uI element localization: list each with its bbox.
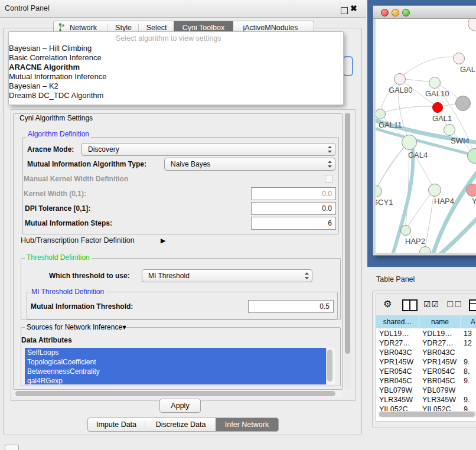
column-header-shared[interactable]: shared… xyxy=(376,316,419,328)
data-attributes-label: Data Attributes xyxy=(21,336,72,344)
toolbar-button[interactable] xyxy=(5,445,19,450)
network-node[interactable] xyxy=(444,124,455,136)
hub-transcription-factor-section[interactable]: Hub/Transcription Factor Definition xyxy=(21,236,135,244)
list-item[interactable]: SelfLoops xyxy=(27,348,58,357)
cell-name: YBR043C xyxy=(422,348,455,357)
column-header-name[interactable]: name xyxy=(419,316,461,328)
network-node[interactable] xyxy=(466,184,476,197)
mi-algorithm-type-combo[interactable]: Naive Bayes xyxy=(164,158,335,171)
cell-shared: YBR043C xyxy=(379,348,412,357)
popup-hint-label: Select algorithm to view settings xyxy=(116,34,221,43)
tab-infer-network[interactable]: Infer Network xyxy=(216,418,278,431)
network-node[interactable] xyxy=(400,225,411,236)
checked-checkboxes-icon[interactable]: ☑☑ xyxy=(423,300,439,308)
which-threshold-combo[interactable]: MI Threshold xyxy=(142,269,312,282)
mi-steps-value: 6 xyxy=(328,219,332,227)
spinner-arrows-icon[interactable] xyxy=(328,146,332,153)
cell-shared: YDL19… xyxy=(379,330,409,338)
node-label: GAL80 xyxy=(389,86,412,94)
threshold-definition-title: Threshold Definition xyxy=(25,253,92,262)
network-view-titlebar[interactable] xyxy=(373,6,476,19)
kernel-width-value: 0.0 xyxy=(322,190,332,198)
manual-kernel-width-checkbox[interactable] xyxy=(325,175,333,183)
tab-impute-data[interactable]: Impute Data xyxy=(88,418,145,431)
popup-item-bayesian-hill-climbing[interactable]: Bayesian – Hill Climbing xyxy=(9,44,92,53)
cyni-algorithm-settings-title: Cyni Algorithm Settings xyxy=(18,114,94,122)
algorithm-definition-title: Algorithm Definition xyxy=(26,130,91,138)
list-item[interactable]: TopologicalCoefficient xyxy=(27,358,96,366)
list-item[interactable]: BetweennessCentrality xyxy=(27,367,100,376)
aracne-mode-label: Aracne Mode: xyxy=(27,145,74,154)
network-node[interactable] xyxy=(428,184,441,197)
apply-button[interactable]: Apply xyxy=(159,399,201,413)
spinner-arrows-icon[interactable] xyxy=(328,161,332,168)
restore-icon[interactable] xyxy=(341,7,348,14)
cell-name: YLR345W xyxy=(422,396,456,404)
cell-a: 9. xyxy=(464,377,470,385)
kernel-width-input[interactable]: 0.0 xyxy=(251,187,336,200)
control-panel-titlebar xyxy=(0,0,366,18)
dpi-tolerance-label: DPI Tolerance [0,1]: xyxy=(25,204,90,213)
table-icon[interactable] xyxy=(469,299,476,311)
triangle-right-icon[interactable]: ▶ xyxy=(161,237,165,244)
node-label: SWI4 xyxy=(451,136,470,145)
popup-item-basic-correlation-inference[interactable]: Basic Correlation Inference xyxy=(9,53,102,62)
close-button[interactable] xyxy=(381,9,389,17)
node-label: GCY1 xyxy=(376,198,393,207)
popup-item-mutual-information-inference[interactable]: Mutual Information Inference xyxy=(9,72,106,81)
list-item[interactable]: gal4RGexp xyxy=(27,377,63,384)
network-canvas[interactable]: GAL GAL80 GAL10 GAL1 GAL11 SWI4 GAL4 GCY… xyxy=(376,19,476,253)
app-window: Control Panel ✖ Inference Algorithm galF… xyxy=(0,0,476,450)
cell-a: 13 xyxy=(464,330,472,338)
cell-name: YBL079W xyxy=(422,386,455,394)
popup-item-dream8-dc-tdc-algorithm[interactable]: Dream8 DC_TDC Algorithm xyxy=(9,91,103,100)
close-icon[interactable]: ✖ xyxy=(350,4,357,13)
settings-vertical-scrollbar-thumb[interactable] xyxy=(345,113,350,354)
column-header-a[interactable]: A xyxy=(461,316,476,328)
cell-shared: YPR145W xyxy=(379,358,413,366)
node-label: GAL1 xyxy=(432,114,452,123)
aracne-mode-value: Discovery xyxy=(88,145,119,154)
dpi-tolerance-value: 0.0 xyxy=(322,204,332,213)
kernel-width-label: Kernel Width (0,1): xyxy=(24,190,86,198)
table-panel-table[interactable]: shared… name A YDL19… YDL19… 13 YDR27… Y… xyxy=(376,315,476,422)
tab-discretize-data[interactable]: Discretize Data xyxy=(146,418,216,431)
node-label: GAL10 xyxy=(425,89,449,98)
zoom-button[interactable] xyxy=(402,9,410,17)
table-horizontal-scrollbar-thumb[interactable] xyxy=(379,412,475,417)
which-threshold-label: Which threshold to use: xyxy=(49,272,130,280)
network-node[interactable] xyxy=(394,73,406,85)
mi-algorithm-type-label: Mutual Information Algorithm Type: xyxy=(27,160,146,168)
network-node-selected[interactable] xyxy=(432,102,443,113)
cell-a: 9. xyxy=(464,358,470,366)
aracne-mode-combo[interactable]: Discovery xyxy=(81,143,335,156)
node-label: GAL xyxy=(460,65,475,74)
popup-item-bayesian-k2[interactable]: Bayesian – K2 xyxy=(9,81,58,90)
data-attributes-list[interactable]: SelfLoops TopologicalCoefficient Between… xyxy=(25,348,326,384)
minimize-button[interactable] xyxy=(392,9,399,17)
network-node[interactable] xyxy=(453,53,465,64)
network-node[interactable] xyxy=(429,77,441,89)
unchecked-checkboxes-icon[interactable]: ☐☐ xyxy=(446,300,462,308)
table-panel-toolbar: ⚙ ☑☑ ☐☐ xyxy=(376,293,476,316)
node-label: Y xyxy=(472,197,476,206)
focused-combo-ring xyxy=(343,56,353,76)
dpi-tolerance-input[interactable]: 0.0 xyxy=(251,202,336,215)
settings-horizontal-scrollbar-thumb[interactable] xyxy=(15,391,335,396)
cell-name: YDL19… xyxy=(422,330,452,338)
spinner-arrows-icon[interactable] xyxy=(305,272,309,279)
mi-steps-input[interactable]: 6 xyxy=(251,217,336,230)
network-node[interactable] xyxy=(402,135,417,150)
mi-threshold-definition-title: MI Threshold Definition xyxy=(30,288,106,296)
triangle-down-icon[interactable]: ▼ xyxy=(121,324,128,331)
tab-divider xyxy=(145,420,145,429)
cell-a: 9. xyxy=(464,396,470,404)
data-attributes-list-scrollbar-thumb[interactable] xyxy=(327,350,332,381)
mutual-information-threshold-input[interactable]: 0.5 xyxy=(248,300,334,313)
split-columns-icon[interactable] xyxy=(402,299,418,311)
node-label: HAP4 xyxy=(434,197,454,206)
network-node[interactable] xyxy=(455,96,471,111)
which-threshold-value: MI Threshold xyxy=(148,272,190,280)
popup-item-aracne-algorithm[interactable]: ARACNE Algorithm xyxy=(9,63,80,71)
gear-icon[interactable]: ⚙ xyxy=(383,299,392,309)
